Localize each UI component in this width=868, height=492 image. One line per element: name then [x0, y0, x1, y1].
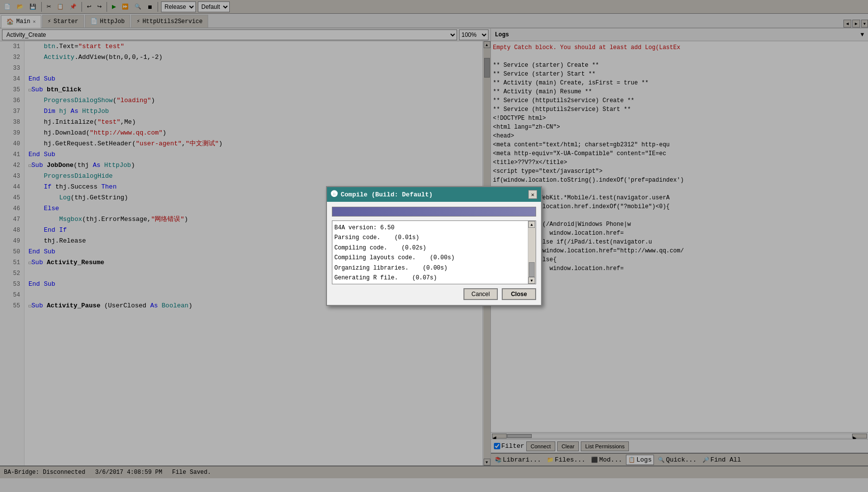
dialog-log-line-5: Generating R file. (0.07s): [334, 273, 526, 283]
dialog-titlebar: 🅐 Compile (Build: Default) ✕: [327, 187, 541, 202]
dialog-buttons: Cancel Close: [332, 288, 536, 300]
dialog-scroll-thumb[interactable]: [529, 262, 535, 277]
dialog-title-group: 🅐 Compile (Build: Default): [331, 191, 433, 198]
dialog-log-content[interactable]: B4A version: 6.50 Parsing code. (0.01s) …: [332, 221, 528, 284]
dialog-log-line-4: Organizing libraries. (0.00s): [334, 263, 526, 273]
progress-bar-container: [332, 207, 536, 217]
dialog-log-line-6: Compiling generated Java code. (1.44s): [334, 283, 526, 284]
dialog-log-area: B4A version: 6.50 Parsing code. (0.01s) …: [332, 220, 536, 284]
progress-bar-fill: [332, 207, 536, 216]
dialog-log-line-1: Parsing code. (0.01s): [334, 233, 526, 243]
dialog-title: Compile (Build: Default): [341, 191, 433, 198]
dialog-log-line-0: B4A version: 6.50: [334, 223, 526, 233]
dialog-log-line-2: Compiling code. (0.02s): [334, 243, 526, 253]
dialog-scroll-up[interactable]: ▲: [528, 221, 535, 228]
dialog-scroll-down[interactable]: ▼: [528, 277, 535, 284]
close-button[interactable]: Close: [502, 288, 536, 300]
dialog-scroll-track[interactable]: [528, 228, 536, 277]
dialog-vscrollbar[interactable]: ▲ ▼: [528, 221, 536, 284]
dialog-close-btn[interactable]: ✕: [528, 190, 537, 199]
cancel-button[interactable]: Cancel: [463, 288, 498, 300]
dialog-body: B4A version: 6.50 Parsing code. (0.01s) …: [327, 202, 541, 305]
dialog-log-line-3: Compiling layouts code. (0.00s): [334, 253, 526, 263]
modal-overlay: 🅐 Compile (Build: Default) ✕ B4A version…: [0, 0, 868, 492]
compile-dialog: 🅐 Compile (Build: Default) ✕ B4A version…: [326, 186, 542, 306]
